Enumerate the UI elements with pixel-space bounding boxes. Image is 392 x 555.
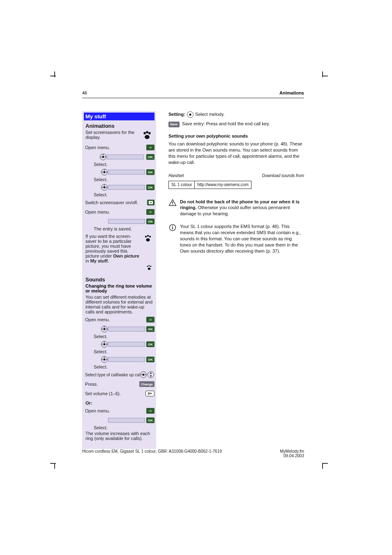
svg-marker-39 [104, 357, 105, 357]
svg-point-23 [147, 266, 148, 267]
crop-mark [322, 463, 330, 470]
svg-rect-56 [172, 226, 173, 226]
svg-marker-7 [100, 157, 101, 158]
setting-text: Select melody. [195, 112, 224, 117]
step-action: Select. [94, 425, 108, 430]
svg-point-21 [149, 236, 151, 237]
ok-icon: OK [146, 169, 154, 175]
table-caption-right: Download sounds from [262, 173, 304, 179]
switch-label: Switch screensaver on/off. [84, 200, 147, 205]
ok-icon: OK [146, 357, 154, 362]
footer-file: MyMelody.fm [280, 449, 304, 454]
svg-point-24 [149, 265, 150, 266]
step-action: Select. [94, 192, 108, 197]
svg-rect-55 [172, 227, 173, 229]
crop-mark [322, 71, 330, 79]
or-label: Or: [85, 401, 153, 405]
menu-icon: ›≡ [146, 408, 154, 414]
step-action: Select. [94, 364, 108, 369]
volume-label: Set volume (1–6). [84, 391, 145, 396]
svg-point-0 [143, 132, 146, 134]
step-action: The entry is saved. [94, 226, 132, 231]
menu-icon: ›≡ [146, 209, 154, 215]
page-number: 46 [82, 90, 87, 95]
svg-marker-35 [101, 344, 102, 345]
animations-heading: Animations [85, 123, 153, 129]
key-zero-plus-icon: 0+ [145, 391, 154, 396]
table-cell-url: http://www.my-siemens.com [195, 181, 251, 189]
sounds-desc: You can set different melodies at differ… [85, 295, 153, 314]
sidebar-panel: My stuff Animations Set screensavers for… [82, 111, 156, 449]
step-action: Select. [94, 334, 108, 339]
svg-marker-6 [103, 154, 104, 155]
menu-icon: ›≡ [146, 145, 154, 150]
table-caption-left: Handset [168, 173, 184, 179]
svg-rect-15 [104, 187, 106, 189]
value-field [108, 327, 145, 332]
nav-pad-icon [101, 325, 108, 333]
svg-marker-30 [101, 329, 102, 330]
keypad-icon [147, 200, 154, 205]
step-action: Select. [94, 349, 108, 354]
svg-marker-47 [150, 372, 152, 374]
nav-pad-icon [187, 111, 194, 118]
nav-pad-icon [101, 356, 108, 363]
svg-rect-53 [172, 204, 173, 205]
press-label: Press. [84, 382, 139, 387]
svg-marker-29 [104, 326, 105, 327]
svg-rect-48 [150, 375, 152, 377]
ok-icon: OK [146, 184, 154, 190]
paw-icon [141, 130, 153, 142]
nav-pad-icon [140, 371, 147, 378]
ok-icon: OK [146, 417, 154, 423]
right-column: Setting: Select melody. Save Save entry:… [168, 111, 304, 449]
value-field [108, 418, 145, 423]
svg-marker-34 [104, 341, 105, 342]
nav-pad-icon [101, 168, 108, 176]
table-row: SL 1 colour http://www.my-siemens.com [169, 181, 251, 189]
svg-marker-44 [141, 374, 141, 375]
warning-body: Otherwise you could suffer serious perma… [180, 205, 290, 216]
value-field [108, 185, 145, 190]
page-footer: Hicom cordless EM, Gigaset SL 1 colour, … [82, 449, 304, 458]
header-rule [82, 98, 304, 98]
nav-pad-icon [101, 184, 108, 191]
open-menu-label: Open menu. [84, 145, 146, 150]
animations-desc: Set screensavers for the display. [85, 130, 140, 140]
ok-icon: OK [146, 326, 154, 332]
svg-marker-40 [101, 359, 102, 360]
nav-pad-up-icon [147, 371, 154, 378]
download-table: SL 1 colour http://www.my-siemens.com [168, 181, 251, 189]
footer-left: Hicom cordless EM, Gigaset SL 1 colour, … [82, 449, 222, 458]
open-menu-label: Open menu. [84, 210, 146, 214]
save-chip: Save [168, 122, 180, 127]
svg-point-2 [148, 132, 151, 134]
menu-icon: ›≡ [146, 317, 154, 322]
section-title: Animations [279, 90, 304, 95]
step-action: Select. [94, 177, 108, 182]
svg-point-1 [146, 131, 148, 134]
svg-rect-52 [172, 201, 173, 203]
sidebar-title-bar: My stuff [84, 113, 154, 120]
crop-mark [50, 463, 58, 470]
svg-marker-36 [106, 344, 107, 345]
svg-marker-41 [106, 359, 107, 360]
nav-pad-icon [99, 153, 107, 161]
crescendo-desc: The volume increases with each ring (onl… [85, 431, 153, 441]
svg-marker-8 [105, 157, 106, 158]
svg-marker-17 [101, 187, 102, 188]
footer-date: 09.04.2003 [284, 454, 304, 458]
table-cell-model: SL 1 colour [169, 181, 195, 189]
svg-rect-50 [189, 114, 191, 116]
warning-icon [168, 199, 177, 209]
ok-icon: OK [146, 219, 154, 224]
value-field [108, 170, 145, 175]
svg-rect-33 [104, 343, 106, 345]
svg-marker-31 [106, 329, 107, 330]
setting-label: Setting: [168, 112, 185, 117]
value-field [107, 154, 144, 159]
svg-rect-43 [143, 374, 145, 376]
sounds-subheading: Changing the ring tone volume or melody [85, 283, 153, 293]
sounds-heading: Sounds [85, 276, 153, 283]
svg-rect-28 [104, 328, 106, 330]
